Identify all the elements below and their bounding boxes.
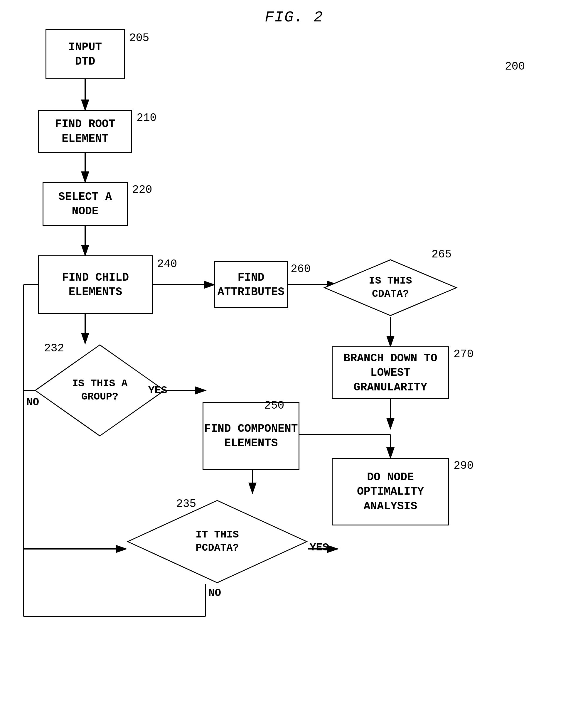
ref-205: 205 [129,32,149,44]
svg-marker-22 [35,345,164,436]
ref-232: 232 [44,342,64,355]
is-cdata-diamond: IS THISCDATA? [323,258,458,317]
ref-210: 210 [136,111,156,124]
find-component-box: FIND COMPONENTELEMENTS [203,402,299,470]
ref-270: 270 [454,348,474,360]
find-root-box: FIND ROOTELEMENT [38,110,132,153]
select-node-box: SELECT ANODE [43,182,128,226]
ref-260: 260 [291,263,311,275]
svg-marker-23 [128,501,307,583]
find-attributes-box: FINDATTRIBUTES [214,261,288,308]
svg-marker-21 [324,260,457,316]
ref-240: 240 [157,258,177,270]
node-optimality-box: DO NODEOPTIMALITYANALYSIS [332,458,449,526]
yes-group-label: YES [148,385,167,397]
ref-265: 265 [432,248,451,261]
ref-235: 235 [176,497,196,510]
is-group-diamond: IS THIS AGROUP? [34,343,166,438]
ref-250: 250 [264,399,284,412]
ref-220: 220 [132,184,152,196]
ref-200: 200 [505,60,525,73]
no-pcdata-label: NO [208,587,221,599]
input-dtd-box: INPUTDTD [45,29,125,79]
ref-290: 290 [454,460,474,472]
find-child-box: FIND CHILDELEMENTS [38,255,153,314]
diagram-title: FIG. 2 [265,9,323,26]
branch-down-box: BRANCH DOWN TOLOWEST GRANULARITY [332,346,449,399]
is-pcdata-diamond: IT THISPCDATA? [126,499,308,584]
yes-pcdata-label: YES [310,541,329,554]
no-group-label: NO [26,396,39,408]
